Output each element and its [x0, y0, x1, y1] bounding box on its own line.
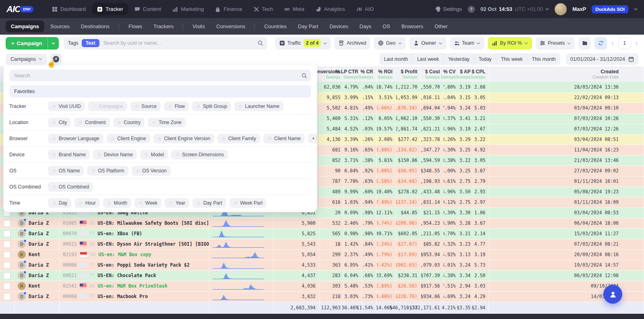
search-bar[interactable]: Tags Text	[64, 37, 267, 50]
dimension-chip[interactable]: ☆Flow	[164, 102, 189, 111]
dimension-chip[interactable]: ☆Week	[134, 198, 161, 208]
tags-label[interactable]: Tags	[68, 40, 78, 46]
header--roi[interactable]: % ROISweeps	[377, 66, 396, 82]
date-range-picker[interactable]: 01/01/2024 - 31/12/2024	[566, 53, 638, 65]
header--cv[interactable]: % CVSweeps	[444, 66, 459, 82]
header--cpl[interactable]: $ CPLSweeps	[474, 66, 489, 82]
dimension-chip[interactable]: ☆Day Part	[192, 198, 226, 208]
header--cr[interactable]: % CRSweeps	[362, 66, 377, 82]
top-menu-item-meta[interactable]: Meta	[279, 3, 309, 15]
tab-other[interactable]: Other	[429, 21, 453, 32]
tab-trackers[interactable]: Trackers	[148, 21, 179, 32]
dimension-chip[interactable]: ☆Year	[165, 198, 189, 208]
top-menu-item-tech[interactable]: Tech	[249, 3, 278, 15]
dimension-chip[interactable]: ☆Hour	[74, 198, 100, 208]
favorites-section[interactable]: Favorites	[9, 85, 311, 97]
tab-visits[interactable]: Visits	[187, 21, 210, 32]
table-row[interactable]: DDaria Z00986??US-en: Poppi Soda Variety…	[0, 260, 644, 270]
dimension-chip[interactable]: ☆OS Version	[132, 166, 171, 176]
tab-campaigns[interactable]: Campaigns	[6, 21, 44, 32]
dimension-chip[interactable]: ☆OS Name	[48, 166, 84, 176]
presets-button[interactable]: Presets	[536, 37, 575, 50]
table-row[interactable]: DDaria Z00923USUS-EN: Dyson Air Straigth…	[0, 239, 644, 249]
tab-conversions[interactable]: Conversions	[211, 21, 250, 32]
search-input[interactable]	[103, 40, 255, 46]
refresh-button[interactable]	[594, 37, 607, 50]
top-menu-item-content[interactable]: Content	[130, 3, 166, 15]
dimension-chip[interactable]: ☆Client Engine	[107, 134, 150, 143]
dimension-chip[interactable]: ☆Country	[113, 118, 145, 127]
campaign-menu-arrow[interactable]	[47, 37, 59, 50]
row-checkbox[interactable]	[4, 283, 10, 290]
add-campaign-button[interactable]: +Campaign	[6, 37, 59, 50]
table-row[interactable]: DDaria Z00968??US-en: Macbook Pro 3,8322…	[0, 291, 644, 302]
row-checkbox[interactable]	[4, 220, 10, 227]
table-row[interactable]: DDaria Z00970??US-en: XBox (FB) 5,825565…	[0, 228, 644, 239]
range-this-month[interactable]: This month	[527, 53, 560, 65]
grouping-scope-button[interactable]: Campaigns	[6, 54, 47, 65]
more-chip[interactable]: + 3∨	[308, 134, 317, 143]
dimension-chip[interactable]: ☆Brand Name	[48, 150, 90, 160]
range-last-month[interactable]: Last month	[380, 53, 412, 65]
team-filter-button[interactable]: Team	[450, 37, 485, 50]
top-menu-item-finance[interactable]: Finance	[210, 3, 247, 15]
dimension-chip[interactable]: ☆OS Platform	[87, 166, 128, 176]
sort-by-roi-button[interactable]: By ROI %	[488, 37, 532, 50]
row-checkbox[interactable]	[4, 230, 10, 237]
tab-countries[interactable]: Countries	[259, 21, 292, 32]
tab-devices[interactable]: Devices	[324, 21, 353, 32]
dimension-chip[interactable]: ☆Device Name	[93, 150, 137, 160]
header-created[interactable]: CreatedCreation Date	[489, 66, 644, 82]
row-checkbox[interactable]	[4, 272, 10, 279]
table-row[interactable]: KKent02341USUS-en: M&M Box PrizeStash 4,…	[0, 281, 644, 291]
range-this-week[interactable]: This week	[496, 53, 527, 65]
dimension-chip[interactable]: ☆Client Engine Version	[153, 134, 215, 143]
row-checkbox[interactable]	[4, 241, 10, 248]
header--cost[interactable]: $ CostSweeps	[421, 66, 444, 82]
row-checkbox[interactable]	[4, 293, 10, 300]
tab-days[interactable]: Days	[354, 21, 377, 32]
row-checkbox[interactable]	[4, 262, 10, 269]
table-row[interactable]: KKent02193SGUS-en: M&M Box copy 5,054299…	[0, 249, 644, 260]
panel-search-input[interactable]	[13, 72, 301, 79]
folder-button[interactable]	[578, 37, 591, 50]
chevron-down-icon[interactable]	[634, 7, 638, 11]
dimension-chip[interactable]: ☆Source	[130, 102, 161, 111]
top-menu-item-marketing[interactable]: Marketing	[167, 3, 208, 15]
range-last-week[interactable]: Last week	[412, 53, 443, 65]
bottom-scroll-strip[interactable]	[0, 314, 644, 319]
tab-os[interactable]: OS	[378, 21, 396, 32]
page-prev-button[interactable]: ‹	[611, 39, 614, 47]
dimension-chip[interactable]: ☆Client Family	[217, 134, 260, 143]
top-menu-item-aio[interactable]: AIO	[351, 3, 378, 15]
traffic-filter-button[interactable]: Traffic 2 of 4	[275, 37, 331, 50]
dimension-chip[interactable]: ☆City	[48, 118, 71, 127]
table-row[interactable]: DDaria Z00921??US-EN: Chocolate Pack 4,4…	[0, 270, 644, 281]
dimension-chip[interactable]: ☆Client Name	[263, 134, 305, 143]
search-mode-badge[interactable]: Text	[82, 39, 99, 47]
archived-filter-button[interactable]: Archived	[334, 37, 370, 50]
header--lp-ctr[interactable]: % LP CTRSweeps	[344, 66, 362, 82]
owner-filter-button[interactable]: Owner	[409, 37, 446, 50]
header--profit[interactable]: $ ProfitSweeps	[396, 66, 421, 82]
dimension-chip[interactable]: ☆Day	[48, 198, 71, 208]
dimension-chip[interactable]: ☆Month	[103, 198, 131, 208]
tab-sources[interactable]: Sources	[45, 21, 75, 32]
app-logo[interactable]: AIO ERP	[6, 4, 34, 14]
range-yesterday[interactable]: Yesterday	[443, 53, 474, 65]
dimension-chip[interactable]: ☆Week Part	[229, 198, 267, 208]
dimension-chip[interactable]: ☆Continent	[74, 118, 109, 127]
dimension-chip[interactable]: ☆Screen Dimensions	[171, 150, 228, 160]
org-badge[interactable]: DuckAds SOI	[592, 5, 628, 13]
table-row[interactable]: DDaria Z01085USUS-EN: Milwaukee Safety B…	[0, 218, 644, 228]
tab-day-part[interactable]: Day Part	[293, 21, 324, 32]
panel-search[interactable]	[9, 70, 311, 81]
tab-destinations[interactable]: Destinations	[76, 21, 115, 32]
range-today[interactable]: Today	[474, 53, 496, 65]
user-avatar[interactable]	[555, 3, 567, 15]
add-grouping-button[interactable]: +	[50, 54, 62, 65]
row-checkbox[interactable]	[4, 251, 10, 258]
geo-filter-button[interactable]: Geo	[374, 37, 406, 50]
settings-button[interactable]: Settings	[435, 6, 462, 12]
dimension-chip[interactable]: ☆Model	[140, 150, 168, 160]
